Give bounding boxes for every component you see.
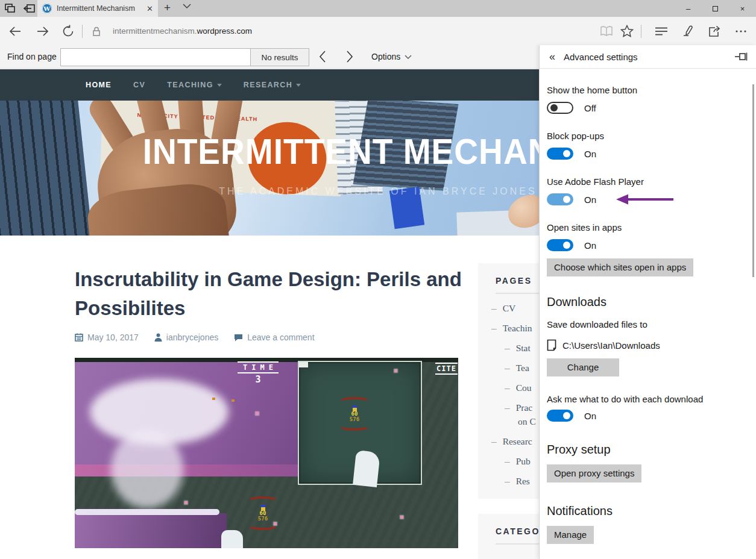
- post-image-game-screenshot: 60 576 TIME 3 CITE 60 576: [75, 358, 458, 548]
- title-bar: W Intermittent Mechanism ✕ + – ×: [0, 0, 756, 17]
- flash-player-label: Use Adobe Flash Player: [547, 176, 748, 188]
- home-button-state: Off: [584, 103, 596, 113]
- minimap-inset: 60 576: [298, 361, 422, 485]
- find-on-page-bar: Find on page No results Options: [0, 45, 539, 69]
- nav-item-home[interactable]: HOME: [86, 81, 112, 89]
- block-popups-label: Block pop-ups: [547, 130, 748, 142]
- lock-icon: [86, 21, 107, 42]
- ask-download-toggle[interactable]: [547, 410, 573, 422]
- toolbar-divider: [82, 25, 83, 38]
- find-options-label: Options: [371, 52, 400, 61]
- address-toolbar: intermittentmechanism.wordpress.com: [0, 17, 756, 45]
- flash-player-toggle[interactable]: [547, 193, 573, 205]
- chevron-down-icon: [217, 84, 222, 87]
- post-author[interactable]: ianbrycejones: [154, 333, 218, 342]
- panel-title: Advanced settings: [564, 52, 638, 62]
- nav-item-research[interactable]: RESEARCH: [244, 81, 301, 89]
- find-results-badge: No results: [250, 48, 309, 66]
- find-options-button[interactable]: Options: [371, 52, 412, 61]
- maximize-button[interactable]: [702, 0, 729, 17]
- browser-tab[interactable]: W Intermittent Mechanism ✕: [37, 0, 158, 17]
- purple-block-shape: [75, 513, 227, 548]
- open-proxy-settings-button[interactable]: Open proxy settings: [547, 464, 641, 482]
- share-icon[interactable]: [704, 21, 725, 42]
- pin-panel-icon[interactable]: [734, 52, 748, 61]
- forward-icon[interactable]: [33, 21, 53, 42]
- notifications-heading: Notifications: [547, 504, 748, 518]
- tab-preview-icon[interactable]: [4, 2, 17, 14]
- new-tab-button[interactable]: +: [164, 1, 171, 14]
- download-path: C:\Users\Ian\Downloads: [562, 340, 660, 351]
- comment-icon: [234, 334, 243, 342]
- back-chevrons-icon[interactable]: «: [549, 51, 555, 63]
- flash-player-state: On: [584, 195, 596, 205]
- panel-header: « Advanced settings: [540, 45, 756, 69]
- more-options-icon[interactable]: [731, 21, 751, 42]
- hub-icon[interactable]: [651, 21, 672, 42]
- find-previous-icon[interactable]: [318, 50, 327, 63]
- find-label: Find on page: [7, 52, 57, 61]
- block-popups-state: On: [584, 149, 596, 159]
- refresh-icon[interactable]: [58, 21, 78, 42]
- find-input[interactable]: [60, 48, 250, 66]
- close-button[interactable]: ×: [729, 0, 756, 17]
- author-icon: [154, 333, 162, 342]
- open-sites-state: On: [584, 240, 596, 251]
- find-next-icon[interactable]: [345, 50, 354, 63]
- block-popups-toggle[interactable]: [547, 148, 573, 160]
- url-display[interactable]: intermittentmechanism.wordpress.com: [113, 27, 252, 36]
- open-sites-label: Open sites in apps: [547, 222, 748, 234]
- ask-download-state: On: [584, 411, 596, 421]
- window-controls: – ×: [675, 0, 756, 17]
- home-button-toggle[interactable]: [547, 102, 573, 114]
- panel-scrollbar[interactable]: [752, 84, 754, 277]
- chevron-down-icon: [296, 84, 301, 87]
- url-suffix: wordpress.com: [197, 27, 253, 36]
- minimize-button[interactable]: –: [675, 0, 702, 17]
- tab-close-icon[interactable]: ✕: [146, 4, 153, 13]
- save-location-label: Save downloaded files to: [547, 319, 748, 331]
- home-button-label: Show the home button: [547, 84, 748, 96]
- change-location-button[interactable]: Change: [547, 358, 619, 376]
- nav-item-teaching[interactable]: TEACHING: [167, 81, 221, 89]
- manage-notifications-button[interactable]: Manage: [547, 526, 594, 544]
- minimap-player-sprite: 60 576: [336, 397, 373, 431]
- tab-list-chevron-icon[interactable]: [183, 4, 191, 8]
- cite-hud: CITE: [435, 363, 458, 375]
- post-title[interactable]: Inscrutability in Game Design: Perils an…: [75, 265, 473, 323]
- browser-window: W Intermittent Mechanism ✕ + – × intermi…: [0, 0, 756, 559]
- set-tabs-aside-icon[interactable]: [23, 2, 36, 14]
- nav-item-cv[interactable]: CV: [133, 81, 145, 89]
- tab-title: Intermittent Mechanism: [57, 4, 142, 13]
- annotation-arrow: [616, 193, 674, 205]
- downloads-heading: Downloads: [547, 295, 748, 309]
- calendar-icon: [75, 333, 83, 342]
- web-notes-pen-icon[interactable]: [678, 21, 698, 42]
- chevron-down-icon: [405, 55, 412, 59]
- favorites-star-icon[interactable]: [617, 21, 637, 42]
- post-meta: May 10, 2017 ianbrycejones Leave a comme…: [75, 333, 315, 342]
- time-hud: TIME 3: [234, 361, 282, 385]
- post-comments-link[interactable]: Leave a comment: [234, 333, 314, 342]
- back-icon[interactable]: [5, 21, 25, 42]
- advanced-settings-panel: « Advanced settings Show the home button…: [539, 45, 756, 559]
- reading-view-icon[interactable]: [596, 21, 617, 42]
- proxy-heading: Proxy setup: [547, 443, 748, 457]
- wordpress-favicon-icon: W: [42, 4, 52, 13]
- post-date[interactable]: May 10, 2017: [75, 333, 139, 342]
- url-domain: intermittentmechanism.: [113, 27, 197, 36]
- choose-sites-button[interactable]: Choose which sites open in apps: [547, 258, 693, 276]
- toolbar-divider: [641, 25, 641, 38]
- ask-download-label: Ask me what to do with each download: [547, 393, 748, 405]
- open-sites-toggle[interactable]: [547, 239, 573, 251]
- folder-icon: [547, 339, 556, 351]
